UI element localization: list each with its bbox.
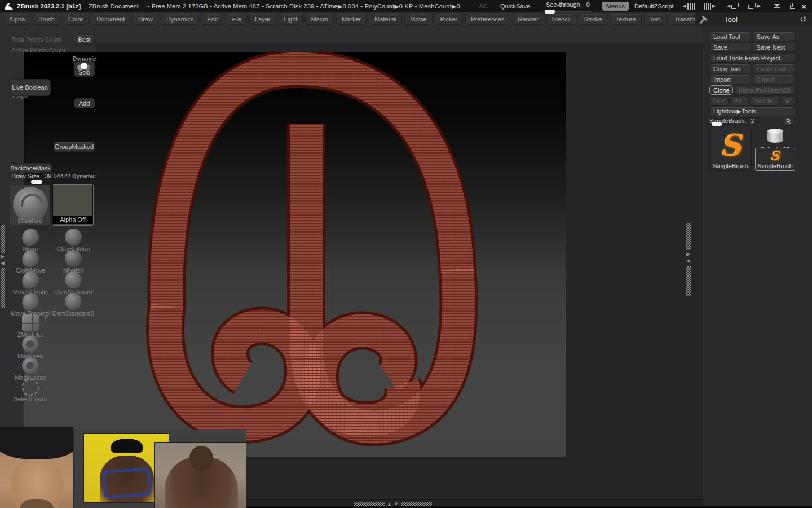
brush-tile-alpha-off[interactable]: Alpha Off	[52, 185, 93, 225]
tool-button-export[interactable]: Export	[753, 75, 795, 84]
tool-r-button[interactable]: R	[783, 116, 794, 126]
restore-icon[interactable]	[790, 3, 798, 10]
picker-icon	[698, 14, 709, 25]
draw-size-handle[interactable]	[31, 180, 42, 184]
menu-item-stencil[interactable]: Stencil	[546, 14, 576, 25]
tool-thumb-simplebrush-small[interactable]: S SimpleBrush	[755, 148, 795, 171]
active-points-label: Active Points Count	[11, 47, 65, 54]
menu-item-tool[interactable]: Tool	[644, 14, 667, 25]
brush-tile-damstandard[interactable]: DamStandard	[52, 271, 95, 295]
menu-item-draw[interactable]: Draw	[133, 14, 158, 25]
document-canvas[interactable]	[24, 52, 566, 457]
menu-item-file[interactable]: File	[226, 14, 247, 25]
bottom-tray-divider-left[interactable]	[354, 502, 385, 506]
brush-tile-clothmove[interactable]: ClothMove	[9, 250, 52, 274]
palette-reset-icon[interactable]: ↺	[800, 15, 806, 24]
menu-item-movie[interactable]: Movie	[404, 14, 432, 25]
brush-tile-zmodeler[interactable]: 1ZModeler	[9, 314, 52, 338]
tool-button-lightbox-tools[interactable]: Lightbox▶Tools	[709, 107, 795, 116]
photo-cap	[111, 439, 143, 453]
tool-button-copy-tool[interactable]: Copy Tool	[709, 64, 751, 73]
see-through-handle[interactable]	[545, 10, 555, 14]
solo-button[interactable]: Solo	[74, 61, 95, 77]
tool-button-load-tools-from-project[interactable]: Load Tools From Project	[709, 53, 795, 63]
add-button[interactable]: Add	[74, 98, 95, 108]
brush-label: SelectLasso	[9, 396, 52, 402]
tool-button-save[interactable]: Save	[709, 42, 751, 52]
dock-right-divider-icon[interactable]: ▶	[704, 3, 716, 10]
tool-palette-header: Tool ↺	[695, 12, 812, 26]
left-tray-divider[interactable]	[1, 225, 5, 253]
menu-item-marker[interactable]: Marker	[336, 14, 367, 25]
brush-tile-claybuildup[interactable]: ClayBuildup	[52, 229, 95, 252]
menu-item-macro[interactable]: Macro	[305, 14, 334, 25]
tool-button-save-as[interactable]: Save As	[753, 32, 795, 41]
float-left-icon[interactable]: ◀	[727, 3, 739, 10]
tool-button-goz[interactable]: GoZ	[709, 96, 729, 106]
right-tray-divider[interactable]	[686, 223, 691, 250]
default-zscript-button[interactable]: DefaultZScript	[634, 3, 674, 10]
tool-slot-handle[interactable]	[712, 122, 722, 126]
menu-item-stroke[interactable]: Stroke	[579, 14, 608, 25]
left-tray-open-icon[interactable]: ▶	[1, 254, 5, 259]
brush-tile-standard[interactable]: Standard	[10, 185, 50, 225]
tool-button-clone[interactable]: Clone	[709, 85, 733, 95]
photo-head	[189, 446, 213, 471]
menu-item-dynamics[interactable]: Dynamics	[161, 14, 199, 25]
menu-item-document[interactable]: Document	[91, 14, 130, 25]
menu-item-preferences[interactable]: Preferences	[465, 14, 510, 25]
zbrush-logo	[3, 2, 14, 11]
brush-tile-masklasso[interactable]: MaskLasso	[9, 357, 52, 381]
right-tray-open-icon[interactable]: ▶	[686, 252, 690, 257]
menu-item-layer[interactable]: Layer	[249, 14, 276, 25]
best-button[interactable]: Best	[74, 34, 95, 45]
right-tray-divider-2[interactable]	[686, 266, 691, 296]
tool-button-make-polymesh3d[interactable]: Make PolyMesh3D	[735, 85, 795, 95]
brush-tile-move[interactable]: Move	[9, 229, 52, 252]
workspace: Total Points Count Best Active Points Co…	[0, 26, 812, 508]
left-tray-divider-2[interactable]	[1, 268, 5, 308]
menu-item-brush[interactable]: Brush	[33, 14, 60, 25]
bottom-tray-divider-right[interactable]	[401, 502, 432, 506]
menu-item-light[interactable]: Light	[279, 14, 303, 25]
backface-mask-button[interactable]: BackfaceMask	[9, 163, 52, 173]
tool-button-load-tool[interactable]: Load Tool	[709, 32, 751, 41]
menu-item-edit[interactable]: Edit	[201, 14, 223, 25]
tool-button-visible[interactable]: Visible	[751, 96, 780, 106]
minimize-icon[interactable]	[773, 4, 781, 8]
brush-tile-move-elastic[interactable]: Move Elastic	[9, 271, 52, 295]
tool-button-save-next[interactable]: Save Next	[753, 42, 795, 52]
group-masked-button[interactable]: GroupMasked	[54, 142, 95, 152]
live-boolean-button[interactable]: Live Boolean	[9, 79, 51, 96]
tool-thumb-simplebrush-large[interactable]: S SimpleBrush	[709, 129, 752, 171]
right-tray-close-icon[interactable]: ◀	[686, 259, 690, 264]
menu-item-picker[interactable]: Picker	[435, 14, 464, 25]
brush-badge: 1	[44, 316, 47, 322]
brush-tile-damstandard2[interactable]: DamStandard2	[52, 293, 95, 317]
menu-item-texture[interactable]: Texture	[610, 14, 641, 25]
left-tray-close-icon[interactable]: ◀	[1, 261, 5, 266]
see-through-slider[interactable]: See-through 0	[544, 1, 592, 12]
tool-button-all[interactable]: All	[730, 96, 749, 106]
dock-left-divider-icon[interactable]: ◀	[683, 3, 695, 10]
brush-tile-maskpen[interactable]: MaskPen	[9, 336, 52, 360]
reference-photo-3[interactable]	[154, 442, 246, 508]
menu-item-alpha[interactable]: Alpha	[3, 14, 30, 25]
menu-item-color[interactable]: Color	[63, 14, 89, 25]
tool-button-r[interactable]: R	[782, 96, 795, 106]
menu-item-render[interactable]: Render	[513, 14, 544, 25]
menus-button[interactable]: Menus	[602, 2, 629, 11]
tool-button-rows: Load ToolSave AsSaveSave NextLoad Tools …	[709, 32, 795, 116]
tool-button-paste-tool[interactable]: Paste Tool	[753, 64, 795, 73]
menu-item-material[interactable]: Material	[369, 14, 402, 25]
close-icon[interactable]: ×	[801, 2, 806, 11]
reference-photo-1[interactable]	[0, 427, 73, 508]
tool-button-import[interactable]: Import	[709, 75, 751, 84]
brush-tile-hpolish[interactable]: hPolish	[52, 250, 95, 274]
float-right-icon[interactable]: ▶	[748, 3, 761, 10]
brush-tile-selectlasso[interactable]: SelectLasso	[9, 379, 52, 402]
quicksave-button[interactable]: QuickSave	[496, 2, 535, 11]
brush-tile-move-topologi[interactable]: Move Topologi	[9, 293, 52, 317]
tool-row: GoZAllVisibleR	[709, 96, 795, 106]
drop-brush-icon	[21, 270, 41, 290]
